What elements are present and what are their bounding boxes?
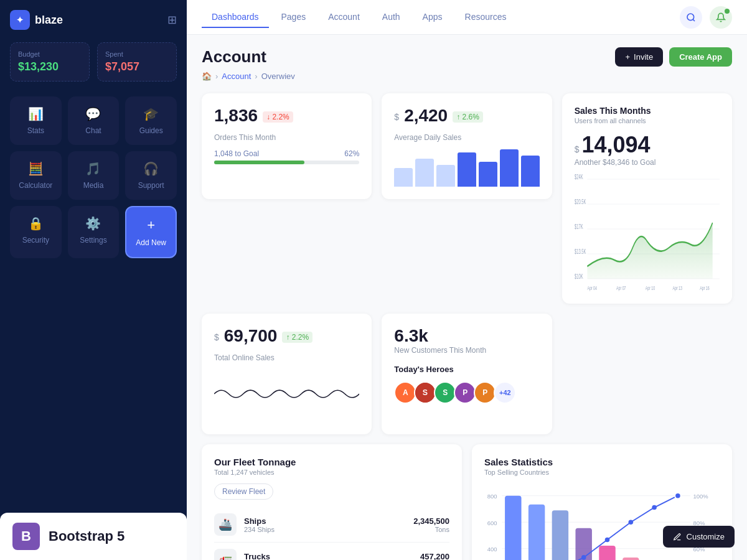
guides-icon: 🎓 xyxy=(143,106,159,121)
topnav-actions xyxy=(680,6,732,29)
chat-icon: 💬 xyxy=(85,106,101,121)
topnav-apps[interactable]: Apps xyxy=(413,7,453,28)
search-button[interactable] xyxy=(680,6,702,29)
sidebar-item-settings[interactable]: ⚙️ Settings xyxy=(68,206,120,258)
settings-label: Settings xyxy=(80,236,106,245)
nav-grid: 📊 Stats 💬 Chat 🎓 Guides 🧮 Calculator 🎵 M… xyxy=(10,96,177,258)
svg-rect-36 xyxy=(622,558,639,560)
breadcrumb: 🏠 › Account › Overwiev xyxy=(202,72,732,81)
svg-point-0 xyxy=(687,14,694,21)
customize-button[interactable]: Customize xyxy=(663,526,735,548)
main-content: Dashboards Pages Account Auth Apps Resou… xyxy=(187,0,747,560)
media-icon: 🎵 xyxy=(85,161,101,176)
add-new-icon: + xyxy=(147,217,155,233)
avatar-p2: P xyxy=(474,381,496,404)
svg-text:600: 600 xyxy=(487,520,497,526)
svg-point-43 xyxy=(629,520,634,525)
trucks-icon: 🚛 xyxy=(214,549,237,560)
sidebar-header: ✦ blaze ⊞ xyxy=(10,10,177,30)
bar-2 xyxy=(415,159,434,187)
customers-heroes-card: 6.3k New Customers This Month Today's He… xyxy=(382,314,552,434)
ships-sub: 234 Ships xyxy=(244,526,406,533)
sidebar-item-add-new[interactable]: + Add New xyxy=(125,206,177,258)
salesstat-title: Sales Statistics xyxy=(484,457,720,467)
dollar-prefix: $ xyxy=(394,112,399,122)
sales-month-sub: Users from all channels xyxy=(575,117,720,124)
orders-card: 1,836 ↓ 2.2% Orders This Month 1,048 to … xyxy=(202,93,372,199)
svg-text:$20.5K: $20.5K xyxy=(575,198,586,205)
topnav-auth[interactable]: Auth xyxy=(372,7,410,28)
sales-line-chart: $24K $20.5K $17K $13.5K $10K xyxy=(575,167,720,291)
topnav: Dashboards Pages Account Auth Apps Resou… xyxy=(187,0,747,35)
bar-6 xyxy=(500,149,519,187)
topnav-dashboards[interactable]: Dashboards xyxy=(202,7,269,28)
bootstrap-badge: B Bootstrap 5 xyxy=(0,513,187,560)
svg-point-42 xyxy=(605,538,610,543)
logo-text: blaze xyxy=(35,14,63,27)
salesstat-sub: Top Selling Countries xyxy=(484,469,720,476)
daily-sales-value: 2,420 xyxy=(404,106,448,126)
trucks-name: Trucks xyxy=(244,552,413,561)
sidebar-item-calculator[interactable]: 🧮 Calculator xyxy=(10,151,62,200)
svg-text:100%: 100% xyxy=(693,493,708,500)
wave-chart xyxy=(214,372,359,422)
sales-month-value-row: $ 14,094 xyxy=(575,132,720,158)
topnav-pages[interactable]: Pages xyxy=(271,7,316,28)
main-wrapper: Dashboards Pages Account Auth Apps Resou… xyxy=(187,0,747,560)
trucks-info: Trucks 1,460 Trucks xyxy=(244,552,413,561)
breadcrumb-home-icon[interactable]: 🏠 xyxy=(202,72,212,81)
sidebar-item-support[interactable]: 🎧 Support xyxy=(125,151,177,200)
svg-text:S: S xyxy=(423,388,428,397)
sidebar-item-chat[interactable]: 💬 Chat xyxy=(68,96,120,145)
sidebar-item-stats[interactable]: 📊 Stats xyxy=(10,96,62,145)
bar-5 xyxy=(479,162,497,187)
budget-row: Budget $13,230 Spent $7,057 xyxy=(10,42,177,82)
svg-text:Apr 13: Apr 13 xyxy=(672,284,682,291)
sales-dollar: $ xyxy=(575,144,580,154)
stats-row2: $ 69,700 ↑ 2.2% Total Online Sales 6.3k xyxy=(202,314,732,434)
support-icon: 🎧 xyxy=(143,161,159,176)
invite-button[interactable]: + Invite xyxy=(615,47,663,67)
trucks-value: 457,200 Tons xyxy=(420,552,449,561)
page-title: Account xyxy=(202,47,266,67)
topnav-resources[interactable]: Resources xyxy=(455,7,517,28)
sidebar-item-security[interactable]: 🔒 Security xyxy=(10,206,62,258)
online-sales-card: $ 69,700 ↑ 2.2% Total Online Sales xyxy=(202,314,372,434)
orders-header-row: 1,836 ↓ 2.2% xyxy=(214,106,359,128)
create-app-button[interactable]: Create App xyxy=(669,47,732,67)
calculator-icon: 🧮 xyxy=(28,161,44,176)
svg-text:Apr 16: Apr 16 xyxy=(700,284,709,291)
goal-pct: 62% xyxy=(344,149,359,158)
menu-icon[interactable]: ⊞ xyxy=(167,13,177,27)
breadcrumb-overview: Overwiev xyxy=(261,72,295,81)
heroes-title: Today's Heroes xyxy=(394,365,539,374)
bootstrap-logo: B xyxy=(12,523,40,550)
budget-value: $13,230 xyxy=(18,60,82,73)
ships-info: Ships 234 Ships xyxy=(244,516,406,533)
fleet-subtitle: Total 1,247 vehicles xyxy=(214,469,449,476)
orders-label: Orders This Month xyxy=(214,133,359,142)
fleet-row-trucks: 🚛 Trucks 1,460 Trucks 457,200 Tons xyxy=(214,543,449,560)
notification-button[interactable] xyxy=(710,6,732,29)
bar-4 xyxy=(458,152,476,187)
ships-icon: 🚢 xyxy=(214,513,237,536)
svg-text:$13.5K: $13.5K xyxy=(575,248,586,255)
avatar-s1: S xyxy=(414,381,436,404)
progress-labels: 1,048 to Goal 62% xyxy=(214,149,359,158)
add-new-label: Add New xyxy=(136,238,166,247)
ships-name: Ships xyxy=(244,516,406,526)
daily-sales-badge: ↑ 2.6% xyxy=(453,111,483,123)
spent-card: Spent $7,057 xyxy=(97,42,177,82)
sidebar-item-guides[interactable]: 🎓 Guides xyxy=(125,96,177,145)
review-fleet-button[interactable]: Review Fleet xyxy=(214,483,273,500)
bar-3 xyxy=(436,165,455,187)
sales-month-title: Sales This Months xyxy=(575,106,720,116)
guides-label: Guides xyxy=(139,126,163,135)
breadcrumb-account[interactable]: Account xyxy=(222,72,251,81)
svg-text:400: 400 xyxy=(487,546,497,553)
avatar-p1: P xyxy=(454,381,476,404)
fleet-title: Our Fleet Tonnage xyxy=(214,457,449,467)
sidebar-item-media[interactable]: 🎵 Media xyxy=(68,151,120,200)
topnav-account[interactable]: Account xyxy=(318,7,370,28)
bottom-grid: Our Fleet Tonnage Total 1,247 vehicles R… xyxy=(202,444,732,560)
